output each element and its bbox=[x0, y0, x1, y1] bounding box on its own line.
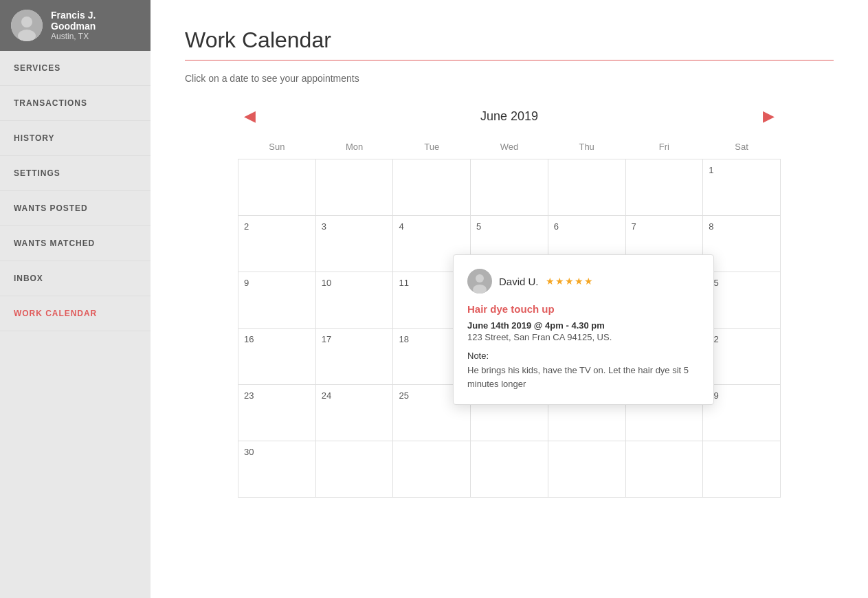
sidebar-item-history[interactable]: HISTORY bbox=[0, 121, 151, 156]
day-number: 10 bbox=[322, 278, 388, 288]
calendar-day-header-mon: Mon bbox=[315, 142, 393, 159]
sidebar: Francis J. Goodman Austin, TX SERVICESTR… bbox=[0, 0, 151, 598]
sidebar-item-settings[interactable]: SETTINGS bbox=[0, 156, 151, 191]
calendar-cell-0-0 bbox=[238, 159, 316, 216]
svg-point-1 bbox=[21, 16, 32, 27]
day-number: 3 bbox=[322, 221, 388, 232]
sidebar-location: Austin, TX bbox=[51, 32, 140, 41]
sidebar-item-work-calendar[interactable]: WORK CALENDAR bbox=[0, 296, 151, 331]
day-number: 2 bbox=[244, 221, 310, 232]
popup-avatar bbox=[467, 269, 492, 294]
prev-month-button[interactable]: ◀ bbox=[238, 104, 261, 128]
calendar-cell-4-6[interactable]: 29 bbox=[703, 385, 781, 441]
main-content: Work Calendar Click on a date to see you… bbox=[151, 0, 868, 598]
sidebar-item-inbox[interactable]: INBOX bbox=[0, 261, 151, 296]
calendar-cell-3-1[interactable]: 17 bbox=[315, 329, 393, 385]
day-number: 29 bbox=[709, 390, 775, 401]
popup-datetime: June 14th 2019 @ 4pm - 4.30 pm bbox=[467, 320, 700, 331]
day-number: 9 bbox=[244, 278, 310, 288]
day-number: 17 bbox=[322, 334, 388, 344]
calendar-cell-0-4 bbox=[548, 159, 625, 216]
calendar-month-label: June 2019 bbox=[480, 109, 538, 124]
day-number: 16 bbox=[244, 334, 310, 344]
calendar-cell-5-4 bbox=[548, 441, 625, 498]
day-number: 8 bbox=[709, 221, 775, 232]
calendar-day-header-tue: Tue bbox=[393, 142, 471, 159]
calendar-week-5: 30 bbox=[238, 441, 781, 498]
day-number: 15 bbox=[709, 278, 775, 288]
day-number: 4 bbox=[399, 221, 465, 232]
calendar-cell-0-6[interactable]: 1 bbox=[703, 159, 781, 216]
calendar-cell-1-6[interactable]: 8 bbox=[703, 216, 781, 272]
popup-note-label: Note: bbox=[467, 351, 700, 361]
sidebar-item-wants-posted[interactable]: WANTS POSTED bbox=[0, 191, 151, 226]
subtitle: Click on a date to see your appointments bbox=[185, 73, 834, 84]
calendar-cell-1-1[interactable]: 3 bbox=[315, 216, 393, 272]
next-month-button[interactable]: ▶ bbox=[757, 104, 781, 128]
popup-address: 123 Street, San Fran CA 94125, US. bbox=[467, 332, 700, 342]
day-number: 24 bbox=[322, 390, 388, 401]
appointment-popup: David U. ★★★★★ Hair dye touch up June 14… bbox=[453, 254, 714, 405]
calendar-cell-5-2 bbox=[393, 441, 471, 498]
calendar-cell-0-5 bbox=[625, 159, 703, 216]
calendar-cell-2-6[interactable]: 15 bbox=[703, 272, 781, 329]
calendar-cell-3-6[interactable]: 22 bbox=[703, 329, 781, 385]
page-title: Work Calendar bbox=[185, 27, 834, 53]
sidebar-name: Francis J. Goodman bbox=[51, 10, 140, 32]
title-divider bbox=[185, 60, 834, 60]
calendar-day-header-sat: Sat bbox=[703, 142, 781, 159]
sidebar-item-transactions[interactable]: TRANSACTIONS bbox=[0, 86, 151, 121]
sidebar-profile: Francis J. Goodman Austin, TX bbox=[0, 0, 151, 51]
calendar-day-header-thu: Thu bbox=[548, 142, 625, 159]
calendar-cell-3-0[interactable]: 16 bbox=[238, 329, 316, 385]
calendar-cell-0-2 bbox=[393, 159, 471, 216]
sidebar-profile-info: Francis J. Goodman Austin, TX bbox=[51, 10, 140, 41]
day-number: 6 bbox=[554, 221, 620, 232]
calendar-cell-5-5 bbox=[625, 441, 703, 498]
calendar-day-header-sun: Sun bbox=[238, 142, 316, 159]
calendar-header: ◀ June 2019 ▶ bbox=[238, 104, 781, 128]
calendar-cell-5-6 bbox=[703, 441, 781, 498]
avatar bbox=[11, 10, 43, 41]
calendar-day-header-fri: Fri bbox=[625, 142, 703, 159]
calendar-week-0: 1 bbox=[238, 159, 781, 216]
calendar-cell-2-1[interactable]: 10 bbox=[315, 272, 393, 329]
popup-header: David U. ★★★★★ bbox=[467, 269, 700, 294]
calendar-day-header-wed: Wed bbox=[471, 142, 548, 159]
sidebar-item-services[interactable]: SERVICES bbox=[0, 51, 151, 86]
sidebar-item-wants-matched[interactable]: WANTS MATCHED bbox=[0, 226, 151, 261]
calendar-cell-5-1 bbox=[315, 441, 393, 498]
calendar-header-row: SunMonTueWedThuFriSat bbox=[238, 142, 781, 159]
day-number: 5 bbox=[476, 221, 542, 232]
popup-stars: ★★★★★ bbox=[546, 276, 594, 287]
calendar-cell-2-0[interactable]: 9 bbox=[238, 272, 316, 329]
calendar-cell-0-3 bbox=[471, 159, 548, 216]
calendar-cell-4-1[interactable]: 24 bbox=[315, 385, 393, 441]
popup-note-text: He brings his kids, have the TV on. Let … bbox=[467, 364, 700, 390]
calendar-thead: SunMonTueWedThuFriSat bbox=[238, 142, 781, 159]
popup-service-title: Hair dye touch up bbox=[467, 303, 700, 315]
day-number: 1 bbox=[709, 165, 775, 175]
calendar-cell-4-0[interactable]: 23 bbox=[238, 385, 316, 441]
calendar-cell-5-3 bbox=[471, 441, 548, 498]
day-number: 7 bbox=[632, 221, 698, 232]
day-number: 23 bbox=[244, 390, 310, 401]
day-number: 22 bbox=[709, 334, 775, 344]
sidebar-nav: SERVICESTRANSACTIONSHISTORYSETTINGSWANTS… bbox=[0, 51, 151, 331]
calendar-cell-0-1 bbox=[315, 159, 393, 216]
svg-point-4 bbox=[476, 274, 484, 283]
calendar-cell-5-0[interactable]: 30 bbox=[238, 441, 316, 498]
calendar-cell-1-0[interactable]: 2 bbox=[238, 216, 316, 272]
day-number: 30 bbox=[244, 447, 310, 457]
popup-name: David U. bbox=[499, 276, 539, 287]
